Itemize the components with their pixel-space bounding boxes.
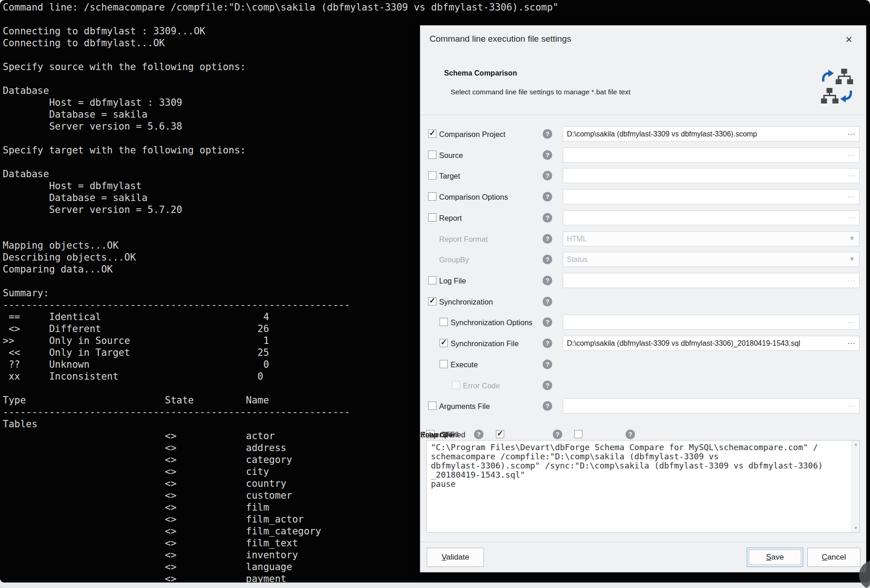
row-execute: Execute ? bbox=[420, 357, 866, 372]
browse-icon[interactable]: ... bbox=[848, 313, 855, 327]
synchronization-checkbox[interactable]: ✓ bbox=[428, 297, 436, 305]
footer-divider bbox=[420, 542, 866, 542]
bat-script-text: "C:\Program Files\Devart\dbForge Schema … bbox=[427, 441, 859, 489]
row-error-code: Error Code ? bbox=[420, 378, 866, 393]
target-checkbox[interactable] bbox=[428, 171, 436, 180]
row-synchronization-options: Synchronization Options ? ... bbox=[420, 315, 866, 330]
help-icon[interactable]: ? bbox=[543, 381, 552, 390]
help-icon[interactable]: ? bbox=[474, 430, 484, 439]
comparison-options-checkbox[interactable] bbox=[428, 192, 436, 201]
schema-comparison-heading: Schema Comparison bbox=[444, 69, 517, 77]
bat-script-textarea[interactable]: "C:\Program Files\Devart\dbForge Schema … bbox=[426, 440, 860, 533]
row-synchronization: ✓ Synchronization ? bbox=[420, 294, 866, 310]
save-button[interactable]: Save bbox=[747, 548, 803, 567]
help-icon[interactable]: ? bbox=[543, 192, 552, 201]
help-icon[interactable]: ? bbox=[543, 401, 552, 411]
row-groupby: GroupBy ? Status ▼ bbox=[420, 252, 866, 267]
row-source: Source ? ... bbox=[420, 147, 866, 163]
execute-checkbox[interactable] bbox=[440, 360, 448, 368]
row-target: Target ? ... bbox=[420, 168, 866, 184]
groupby-dropdown: Status ▼ bbox=[563, 252, 859, 267]
chevron-down-icon: ▼ bbox=[849, 232, 855, 245]
screenshot-frame: Command line: /schemacompare /compfile:"… bbox=[0, 0, 870, 588]
help-icon[interactable]: ? bbox=[543, 234, 552, 244]
schema-comparison-subtext: Select command line file settings to man… bbox=[451, 88, 631, 96]
browse-icon[interactable]: ... bbox=[848, 397, 855, 411]
help-icon[interactable]: ? bbox=[543, 359, 552, 369]
source-checkbox[interactable] bbox=[428, 151, 436, 159]
check-icon: ✓ bbox=[497, 429, 503, 438]
row-comparison-options: Comparison Options ? ... bbox=[420, 189, 866, 205]
check-icon: ✓ bbox=[440, 338, 447, 347]
comparison-project-label: Comparison Project bbox=[439, 126, 506, 142]
comparison-project-checkbox[interactable]: ✓ bbox=[428, 130, 436, 138]
error-code-label: Error Code bbox=[463, 378, 500, 393]
execute-label: Execute bbox=[451, 357, 478, 372]
close-icon[interactable]: ✕ bbox=[842, 33, 856, 47]
report-format-dropdown: HTML ▼ bbox=[563, 231, 859, 246]
error-code-checkbox bbox=[452, 381, 460, 389]
scroll-up-icon[interactable]: ▲ bbox=[852, 441, 860, 448]
log-file-field[interactable]: ... bbox=[563, 273, 859, 288]
browse-icon[interactable]: ... bbox=[848, 146, 855, 160]
arguments-file-checkbox[interactable] bbox=[428, 402, 436, 410]
report-label: Report bbox=[439, 210, 462, 226]
comparison-project-field[interactable]: D:\comp\sakila (dbfmylast-3309 vs dbfmyl… bbox=[563, 126, 859, 142]
help-icon[interactable]: ? bbox=[553, 430, 562, 439]
synchronization-file-field[interactable]: D:\comp\sakila (dbfmylast-3309 vs dbfmyl… bbox=[563, 336, 859, 351]
row-synchronization-file: ✓ Synchronization File ? D:\comp\sakila … bbox=[420, 336, 866, 351]
report-checkbox[interactable] bbox=[428, 213, 436, 222]
scroll-down-icon[interactable]: ▼ bbox=[852, 524, 860, 532]
synchronization-options-label: Synchronization Options bbox=[451, 315, 533, 330]
comparison-options-field[interactable]: ... bbox=[563, 189, 859, 204]
browse-icon[interactable]: ... bbox=[848, 272, 855, 286]
powershell-checkbox[interactable] bbox=[574, 430, 582, 438]
synchronization-file-checkbox[interactable]: ✓ bbox=[440, 339, 448, 347]
scrollbar[interactable]: ▲ ▼ bbox=[851, 441, 859, 532]
help-icon[interactable]: ? bbox=[543, 171, 552, 180]
help-icon[interactable]: ? bbox=[543, 129, 552, 139]
row-comparison-project: ✓ Comparison Project ? D:\comp\sakila (d… bbox=[420, 126, 866, 142]
header-divider bbox=[420, 114, 866, 115]
row-report-format: Report Format ? HTML ▼ bbox=[420, 231, 866, 247]
synchronization-options-field[interactable]: ... bbox=[563, 315, 859, 330]
target-field[interactable]: ... bbox=[563, 168, 859, 183]
help-icon[interactable]: ? bbox=[543, 276, 552, 285]
validate-button[interactable]: Validate bbox=[427, 548, 484, 567]
check-icon: ✓ bbox=[429, 128, 435, 138]
help-icon[interactable]: ? bbox=[543, 317, 552, 327]
keep-opened-checkbox[interactable]: ✓ bbox=[496, 430, 504, 438]
row-report: Report ? ... bbox=[420, 210, 866, 226]
help-icon[interactable]: ? bbox=[543, 213, 552, 223]
check-icon: ✓ bbox=[429, 296, 435, 305]
comparison-options-label: Comparison Options bbox=[439, 189, 508, 205]
dialog-title: Command line execution file settings bbox=[430, 34, 571, 44]
browse-icon[interactable]: ... bbox=[848, 125, 855, 139]
help-icon[interactable]: ? bbox=[543, 338, 552, 348]
log-file-checkbox[interactable] bbox=[428, 276, 436, 284]
arguments-file-label: Arguments File bbox=[439, 398, 490, 414]
command-line-settings-dialog: Command line execution file settings ✕ S… bbox=[420, 25, 866, 572]
help-icon[interactable]: ? bbox=[543, 150, 552, 160]
synchronization-file-label: Synchronization File bbox=[451, 336, 519, 351]
log-file-label: Log File bbox=[439, 273, 466, 289]
browse-icon[interactable]: ... bbox=[848, 188, 855, 202]
help-icon[interactable]: ? bbox=[543, 297, 552, 306]
help-icon[interactable]: ? bbox=[625, 430, 635, 439]
schema-compare-icon bbox=[821, 68, 853, 104]
source-field[interactable]: ... bbox=[563, 147, 859, 163]
target-label: Target bbox=[439, 168, 460, 184]
arguments-file-field[interactable]: ... bbox=[563, 398, 859, 414]
report-field[interactable]: ... bbox=[563, 210, 859, 225]
row-arguments-file: Arguments File ? ... bbox=[420, 398, 866, 414]
browse-icon[interactable]: ... bbox=[848, 209, 855, 223]
cancel-button[interactable]: Cancel bbox=[807, 548, 860, 567]
help-icon[interactable]: ? bbox=[543, 255, 552, 264]
browse-icon[interactable]: ... bbox=[848, 167, 855, 181]
row-log-file: Log File ? ... bbox=[420, 273, 866, 289]
source-label: Source bbox=[439, 147, 463, 163]
synchronization-options-checkbox[interactable] bbox=[440, 318, 448, 326]
report-format-label: Report Format bbox=[439, 231, 488, 247]
groupby-label: GroupBy bbox=[439, 252, 469, 267]
browse-icon[interactable]: ... bbox=[848, 334, 855, 348]
